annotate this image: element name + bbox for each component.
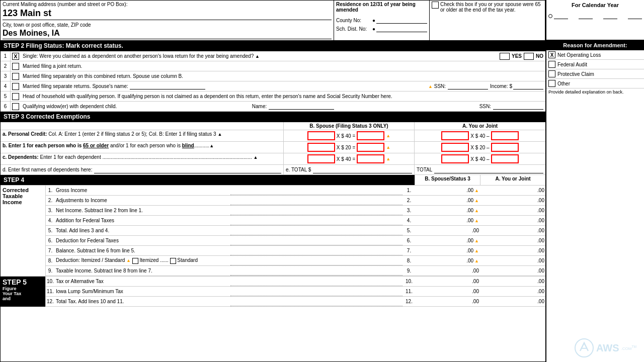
- row-text-5: Head of household with qualifying person…: [21, 93, 545, 100]
- row-num-5: 5: [1, 92, 11, 101]
- ex-c-input-b[interactable]: [307, 154, 335, 163]
- income-row-11: 11. Iowa Lump Sum/Minimum Tax 11. .00 .0…: [46, 287, 545, 297]
- filing-row-4: 4 Married filing separate returns. Spous…: [1, 81, 545, 92]
- age65-label: Check this box if you or your spouse wer…: [440, 2, 543, 13]
- reason-check-nol[interactable]: X: [548, 51, 555, 58]
- reason-item-protective: Protective Claim: [546, 69, 644, 79]
- total-a-label: TOTAL: [415, 165, 545, 174]
- address-value: 123 Main st: [3, 7, 332, 20]
- income-row-5: 5. Total. Add lines 3 and 4. 5. .00 .00: [46, 226, 545, 236]
- row-text-4: Married filing separate returns. Spouse'…: [21, 82, 428, 90]
- reason-check-other[interactable]: [548, 80, 555, 87]
- row-text-1: Single: Were you claimed as a dependent …: [21, 52, 500, 60]
- row-yes-no-1: YES NO: [500, 53, 545, 60]
- reason-label-other: Other: [557, 81, 570, 86]
- ex-c-dollar-b[interactable]: [357, 154, 384, 163]
- ex-a-input-b[interactable]: [307, 131, 335, 140]
- step2-header: STEP 2 Filing Status: Mark correct statu…: [1, 41, 545, 51]
- no-box-1[interactable]: [524, 53, 534, 60]
- filing-row-6: 6 Qualifying widow(er) with dependent ch…: [1, 102, 545, 112]
- reason-item-fed: Federal Audit: [546, 60, 644, 69]
- row-check-5[interactable]: [12, 93, 19, 100]
- row-num-1: 1: [1, 51, 11, 61]
- income-row-8: 8. Deduction: Itemized / Standard ▲ Item…: [46, 256, 545, 266]
- income-row-7: 7. Balance. Subtract line 6 from line 5.…: [46, 246, 545, 256]
- income-row-1: 1. Gross Income 1. .00 ▲ .00: [46, 186, 545, 196]
- reason-item-nol: X Net Operating Loss: [546, 50, 644, 60]
- reason-title: Reason for Amendment:: [546, 40, 644, 50]
- row-check-4[interactable]: [12, 83, 19, 90]
- ex-b-input-a[interactable]: [441, 143, 469, 152]
- ex-a-dollar-a[interactable]: [491, 131, 519, 140]
- no-label-1: NO: [536, 53, 543, 59]
- age65-checkbox[interactable]: [432, 2, 439, 9]
- filing-row-5: 5 Head of household with qualifying pers…: [1, 92, 545, 102]
- reason-label-nol: Net Operating Loss: [557, 52, 601, 58]
- row-num-3: 3: [1, 71, 11, 81]
- ex-row-c-text: c. Dependents: Enter 1 for each dependen…: [1, 153, 284, 164]
- income-row-12: 12. Total Tax. Add lines 10 and 11. 12. …: [46, 297, 545, 307]
- row-check-3[interactable]: [12, 73, 19, 80]
- row-check-6[interactable]: [12, 103, 19, 110]
- county-label: County No:: [336, 18, 371, 23]
- row-text-3: Married filing separately on this combin…: [21, 72, 545, 80]
- filing-row-3: 3 Married filing separately on this comb…: [1, 71, 545, 81]
- sch-dist-input[interactable]: [376, 25, 427, 32]
- yes-box-1[interactable]: [500, 53, 510, 60]
- step4-header: STEP 4: [1, 175, 415, 185]
- step5-header: STEP 5 Figure Your Tax and: [1, 277, 46, 307]
- ex-b-dollar-a[interactable]: [491, 143, 519, 152]
- step4-col-b-header: B. Spouse/Status 3: [415, 175, 480, 185]
- reason-label-protective: Protective Claim: [557, 71, 594, 77]
- city-label: City, town or post office, state, ZIP co…: [3, 22, 332, 28]
- step4-label-area: Corrected Taxable Income: [1, 186, 46, 276]
- step3-header: STEP 3 Corrected Exemptions: [1, 112, 545, 122]
- reason-check-fed[interactable]: [548, 61, 555, 68]
- reason-label-fed: Federal Audit: [557, 62, 587, 67]
- row-num-6: 6: [1, 102, 11, 111]
- step4-col-a-header: A. You or Joint: [480, 175, 545, 185]
- filing-row-1: 1 X Single: Were you claimed as a depend…: [1, 51, 545, 61]
- income-row-4: 4. Addition for Federal Taxes 4. .00 ▲ .…: [46, 216, 545, 226]
- reason-check-protective[interactable]: [548, 70, 555, 77]
- income-row-2: 2. Adjustments to Income 2. .00 ▲ .00: [46, 196, 545, 206]
- yes-label-1: YES: [512, 53, 522, 59]
- filing-row-2: 2 Married filing a joint return.: [1, 61, 545, 71]
- reason-item-other: Other: [546, 79, 644, 88]
- row-num-2: 2: [1, 61, 11, 71]
- sch-dist-label: Sch. Dist. No:: [336, 26, 371, 32]
- total-e-label: e. TOTAL $: [284, 165, 415, 174]
- ex-b-input-b[interactable]: [307, 143, 335, 152]
- income-row-3: 3. Net Income. Subtract line 2 from line…: [46, 206, 545, 216]
- cal-year-title: For Calendar Year: [548, 2, 642, 8]
- residence-label: Residence on 12/31 of year being amended: [336, 2, 427, 13]
- row-check-2[interactable]: [12, 63, 19, 70]
- income-row-9: 9. Taxable Income. Subtract line 8 from …: [46, 266, 545, 276]
- dep-row: d. Enter first names of dependents here:: [1, 165, 284, 174]
- ex-c-dollar-a[interactable]: [491, 154, 519, 163]
- ex-row-a-text: a. Personal Credit: Col. A: Enter 1 (ent…: [1, 130, 284, 141]
- ex-b-dollar-b[interactable]: [357, 143, 384, 152]
- row-check-1[interactable]: X: [12, 53, 19, 60]
- aws-watermark: AWS .COMTM: [574, 338, 636, 358]
- ex-a-mult-b: X $ 40 =: [337, 133, 356, 139]
- ex-a-input-a[interactable]: [441, 131, 469, 140]
- income-row-10: 10. Tax or Alternative Tax 10. .00 .00: [46, 277, 545, 287]
- row-text-2: Married filing a joint return.: [21, 62, 545, 70]
- ex-c-input-a[interactable]: [441, 154, 469, 163]
- city-value: Des Moines, IA: [3, 28, 332, 39]
- reason-note: Provide detailed explanation on back.: [546, 88, 644, 96]
- step3-col-b-header: B. Spouse (Filing Status 3 ONLY): [284, 122, 415, 130]
- ex-a-mult-a: X $ 40 –: [470, 133, 489, 139]
- row-num-4: 4: [1, 81, 11, 91]
- ex-row-b-text: b. Enter 1 for each person who is 65 or …: [1, 142, 284, 153]
- income-row-6: 6. Deduction for Federal Taxes 6. .00 ▲ …: [46, 236, 545, 246]
- row-text-6: Qualifying widow(er) with dependent chil…: [21, 103, 252, 110]
- county-input[interactable]: [376, 17, 427, 24]
- address-label: Current Mailing address (number and stre…: [3, 2, 332, 7]
- step3-col-a-header: A. You or Joint: [415, 122, 545, 130]
- ex-a-dollar-b[interactable]: [357, 131, 384, 140]
